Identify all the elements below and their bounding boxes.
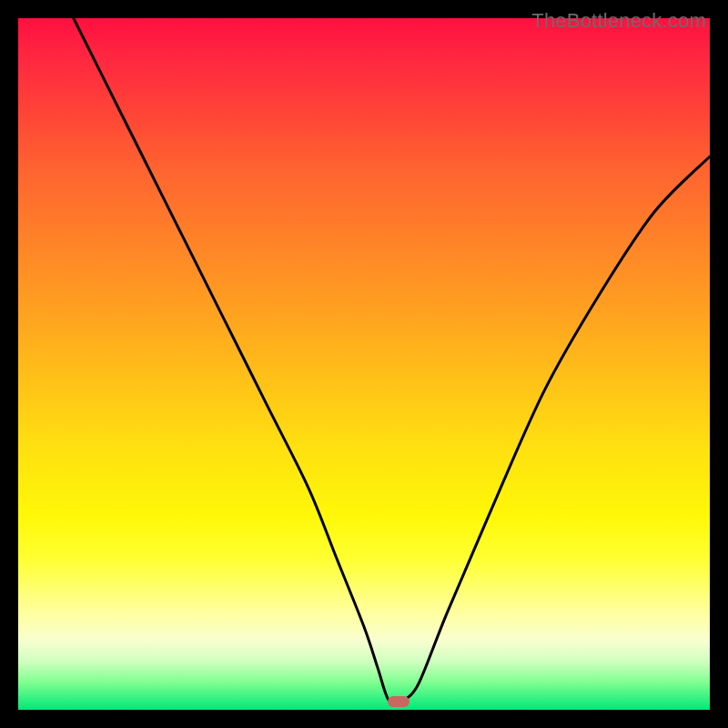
watermark-text: TheBottleneck.com [531,9,706,33]
bottleneck-curve [18,18,710,710]
optimal-point-marker [388,696,410,707]
chart-container [18,18,710,710]
